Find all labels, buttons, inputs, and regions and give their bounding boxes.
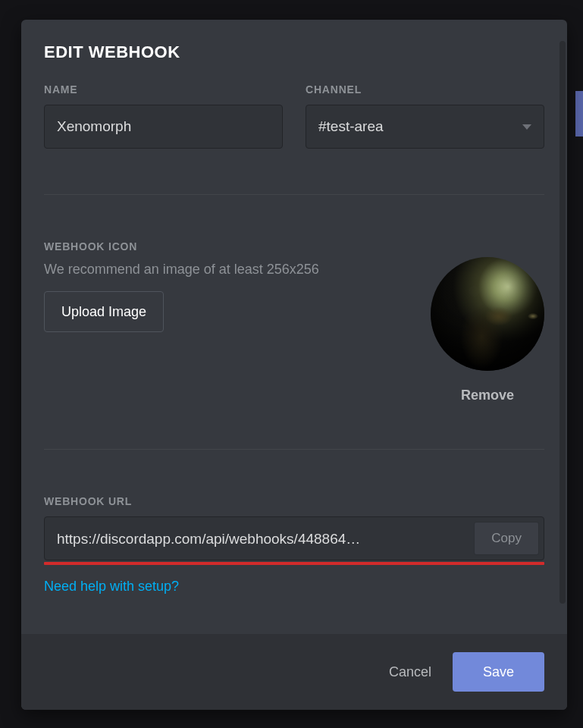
- remove-icon-button[interactable]: Remove: [461, 388, 514, 403]
- help-link[interactable]: Need help with setup?: [44, 579, 179, 595]
- save-button[interactable]: Save: [453, 652, 544, 692]
- modal-title: EDIT WEBHOOK: [44, 42, 544, 62]
- channel-field-group: CHANNEL #test-area: [306, 83, 544, 149]
- webhook-avatar[interactable]: [431, 257, 544, 371]
- name-channel-row: NAME CHANNEL #test-area: [44, 83, 544, 149]
- cancel-button[interactable]: Cancel: [389, 664, 431, 680]
- webhook-icon-section: WEBHOOK ICON We recommend an image of at…: [44, 195, 544, 449]
- modal-footer: Cancel Save: [21, 634, 567, 710]
- copy-button[interactable]: Copy: [474, 522, 539, 555]
- icon-controls: WEBHOOK ICON We recommend an image of at…: [44, 240, 415, 403]
- name-label: NAME: [44, 83, 283, 96]
- webhook-url-value[interactable]: https://discordapp.com/api/webhooks/4488…: [45, 517, 474, 560]
- webhook-url-section: WEBHOOK URL https://discordapp.com/api/w…: [44, 450, 544, 595]
- background-accent-strip: [575, 91, 583, 136]
- modal-body: EDIT WEBHOOK NAME CHANNEL #test-area: [21, 20, 567, 634]
- channel-select-value: #test-area: [318, 118, 384, 135]
- channel-select[interactable]: #test-area: [306, 105, 544, 149]
- annotation-underline: [44, 562, 544, 565]
- modal-scrollbar[interactable]: [559, 41, 566, 604]
- icon-hint: We recommend an image of at least 256x25…: [44, 262, 415, 278]
- url-row: https://discordapp.com/api/webhooks/4488…: [44, 516, 544, 560]
- edit-webhook-modal: EDIT WEBHOOK NAME CHANNEL #test-area: [21, 20, 567, 710]
- icon-preview-column: Remove: [431, 257, 544, 403]
- scrollbar-thumb[interactable]: [559, 41, 566, 604]
- name-input[interactable]: [44, 105, 283, 149]
- icon-label: WEBHOOK ICON: [44, 240, 415, 253]
- chevron-down-icon: [522, 124, 531, 130]
- url-label: WEBHOOK URL: [44, 495, 544, 507]
- channel-label: CHANNEL: [306, 83, 544, 96]
- upload-image-button[interactable]: Upload Image: [44, 291, 164, 332]
- app-background: EDIT WEBHOOK NAME CHANNEL #test-area: [0, 0, 583, 728]
- name-field-group: NAME: [44, 83, 283, 149]
